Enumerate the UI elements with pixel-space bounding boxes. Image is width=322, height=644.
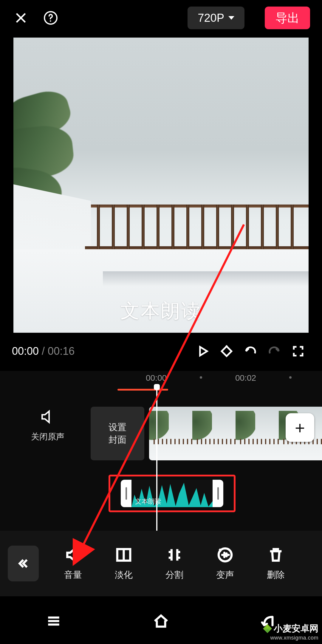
fullscreen-button[interactable] <box>286 342 310 360</box>
trash-icon <box>267 546 284 564</box>
redo-button[interactable] <box>262 342 286 360</box>
watermark: 小麦安卓网 www.xmsigma.com <box>263 623 318 641</box>
time-current: 00:00 <box>12 345 39 357</box>
play-button[interactable] <box>191 342 215 360</box>
add-clip-button[interactable]: + <box>286 413 314 442</box>
tool-voicefx[interactable]: 变声 <box>200 546 250 581</box>
audio-handle-right[interactable] <box>213 480 223 507</box>
menu-icon <box>45 613 62 629</box>
tool-label: 分割 <box>165 569 183 581</box>
mute-label: 关闭原声 <box>27 431 69 442</box>
ruler-tick: 00:00 <box>146 373 167 383</box>
time-total: 00:16 <box>48 345 75 357</box>
ruler-dot <box>289 376 292 379</box>
nav-recent[interactable] <box>45 613 62 631</box>
play-icon <box>196 345 209 358</box>
help-button[interactable] <box>42 9 60 27</box>
audio-track: 文本朗读 <box>0 475 322 516</box>
undo-icon <box>244 345 257 358</box>
watermark-brand: 小麦安卓网 <box>274 623 318 635</box>
header-bar: 720P 导出 <box>0 0 322 36</box>
close-button[interactable] <box>12 9 30 27</box>
timeline-ruler: 00:00 00:02 <box>0 371 322 386</box>
overlay-caption: 文本朗读 <box>13 298 309 324</box>
tool-fade[interactable]: 淡化 <box>98 546 149 581</box>
help-icon <box>43 10 58 25</box>
fade-icon <box>115 546 132 564</box>
speaker-icon <box>39 408 56 425</box>
timeline-accent <box>117 389 168 391</box>
keyframe-button[interactable] <box>215 342 239 360</box>
clip-frame <box>192 407 236 460</box>
leaf-icon <box>263 624 272 633</box>
set-cover-button[interactable]: 设置 封面 <box>91 407 144 460</box>
chevron-down-icon <box>228 16 234 20</box>
tool-label: 淡化 <box>115 569 133 581</box>
tool-delete[interactable]: 删除 <box>250 546 301 581</box>
home-icon <box>153 613 169 629</box>
voice-change-icon <box>216 546 234 564</box>
resolution-dropdown[interactable]: 720P <box>188 7 244 29</box>
tool-split[interactable]: 分割 <box>149 546 200 581</box>
chevron-double-left-icon <box>17 557 30 570</box>
plus-icon: + <box>295 418 305 438</box>
fullscreen-icon <box>292 345 305 358</box>
diamond-plus-icon <box>220 345 233 358</box>
cover-text-line1: 设置 <box>109 421 126 434</box>
collapse-toolbar-button[interactable] <box>8 546 39 581</box>
svg-point-1 <box>50 20 51 22</box>
volume-icon <box>64 546 82 564</box>
undo-button[interactable] <box>239 342 262 360</box>
ruler-dot <box>200 376 202 379</box>
audio-highlight-box: 文本朗读 <box>109 475 236 512</box>
resolution-label: 720P <box>198 12 224 24</box>
export-button[interactable]: 导出 <box>265 7 310 29</box>
redo-icon <box>268 345 281 358</box>
player-controls: 00:00 / 00:16 <box>0 337 322 366</box>
split-icon <box>166 546 183 564</box>
video-preview[interactable]: 文本朗读 <box>13 38 309 333</box>
nav-home[interactable] <box>153 613 169 631</box>
mute-original-button[interactable]: 关闭原声 <box>27 408 69 442</box>
tool-label: 删除 <box>267 569 285 581</box>
cover-text-line2: 封面 <box>109 434 126 446</box>
tool-label: 音量 <box>64 569 82 581</box>
watermark-url: www.xmsigma.com <box>263 635 318 641</box>
time-separator: / <box>42 345 45 357</box>
video-track: 关闭原声 设置 封面 + <box>0 416 322 457</box>
close-icon <box>13 10 28 25</box>
tool-volume[interactable]: 音量 <box>48 546 98 581</box>
clip-frame <box>236 407 279 460</box>
bottom-toolbar: 音量 淡化 分割 变声 删除 <box>0 531 322 596</box>
tool-label: 变声 <box>216 569 234 581</box>
audio-handle-left[interactable] <box>121 480 131 507</box>
audio-clip[interactable]: 文本朗读 <box>121 480 223 507</box>
audio-waveform: 文本朗读 <box>131 480 213 507</box>
clip-frame <box>149 407 192 460</box>
ruler-tick: 00:02 <box>235 373 256 383</box>
